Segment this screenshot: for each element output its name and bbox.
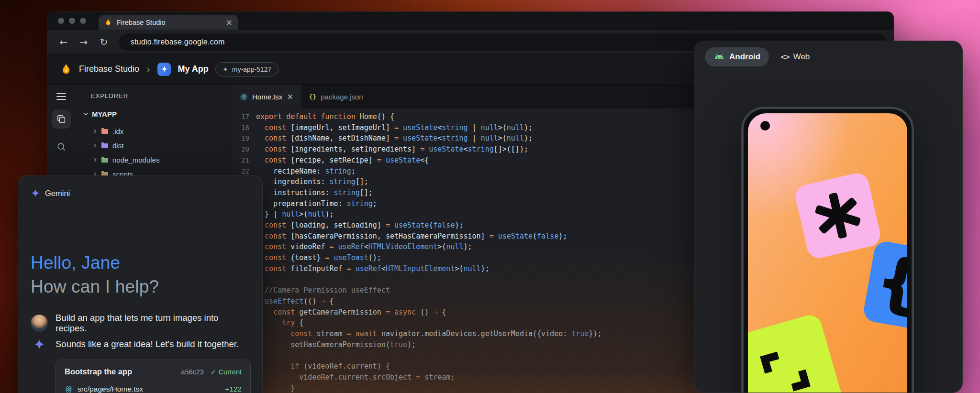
copy-pages-icon [56, 114, 67, 124]
gemini-header: Gemini [31, 187, 250, 199]
gemini-message-text: Sounds like a great idea! Let's build it… [56, 339, 239, 349]
tab-web[interactable]: Web [780, 52, 810, 62]
desktop-background: Firebase Studio studio.firebase.google.c… [0, 0, 980, 393]
tab-web-label: Web [793, 52, 810, 62]
task-title: Bootstrap the app [65, 367, 132, 376]
line-number: 21 [232, 155, 249, 166]
react-icon [65, 385, 73, 393]
app-id-text: my-app-5127 [232, 66, 272, 73]
task-card[interactable]: Bootstrap the app a56c23 Current src/pag… [56, 360, 251, 393]
spark-icon [161, 66, 168, 73]
line-number: 19 [232, 133, 249, 144]
json-icon [309, 93, 317, 100]
explorer-rail-button[interactable] [52, 109, 71, 129]
chat-message-gemini: Sounds like a great idea! Let's build it… [31, 338, 250, 350]
user-avatar [31, 315, 48, 332]
tree-item-dist[interactable]: dist [93, 138, 232, 153]
android-icon [713, 54, 725, 61]
greeting-name: Hello, Jane [31, 252, 250, 273]
phone-screen[interactable] [748, 113, 907, 393]
tab-close-icon[interactable] [226, 19, 233, 27]
chevron-right-icon [93, 129, 97, 133]
chevron-right-icon [93, 158, 97, 162]
tree-item-idx[interactable]: .idx [93, 124, 232, 138]
workspace-name[interactable]: My App [178, 64, 208, 74]
tile-green-brackets [748, 312, 845, 393]
url-text: studio.firebase.google.com [131, 38, 224, 46]
device-preview-panel: Android Web [694, 41, 963, 393]
menu-icon[interactable] [56, 91, 66, 102]
tree-item-label: .idx [112, 127, 123, 135]
forward-button[interactable] [75, 33, 92, 51]
tab-android[interactable]: Android [705, 47, 769, 66]
asterisk-glyph [808, 186, 868, 246]
search-rail-button[interactable] [52, 137, 71, 156]
check-icon [211, 368, 216, 376]
status-text: Current [219, 368, 242, 376]
gemini-star-icon [31, 188, 40, 198]
editor-tab-home-tsx[interactable]: Home.tsx [232, 85, 301, 109]
commit-hash: a56c23 [181, 368, 204, 376]
badge-spark-icon [223, 66, 228, 72]
react-icon [240, 93, 248, 101]
folder-icon [101, 128, 109, 134]
product-name: Firebase Studio [79, 64, 139, 74]
traffic-light-minimize[interactable] [69, 18, 75, 24]
browser-tabstrip: Firebase Studio [47, 12, 893, 30]
file-tree-items: .idxdistnode_modulesscripts [91, 124, 232, 181]
traffic-light-close[interactable] [58, 18, 64, 24]
curly-brace-glyph [876, 249, 907, 316]
tree-item-label: node_modules [112, 156, 159, 164]
line-number: 17 [232, 111, 249, 122]
tree-item-node_modules[interactable]: node_modules [93, 153, 232, 167]
line-number: 20 [232, 144, 249, 155]
folder-icon [101, 156, 109, 163]
back-button[interactable] [55, 33, 72, 51]
editor-tab-package-json[interactable]: package.json [301, 85, 371, 109]
code-brackets-icon [780, 52, 789, 62]
firebase-favicon [104, 19, 112, 26]
tree-root-myapp[interactable]: MYAPP [83, 110, 232, 118]
changed-file-row[interactable]: src/pages/Home.tsx +122 [65, 385, 242, 393]
search-icon [56, 142, 67, 152]
tab-android-label: Android [729, 52, 760, 62]
tile-pink-asterisk [793, 171, 882, 260]
line-number: 22 [232, 166, 249, 177]
editor-tab-close-icon[interactable] [287, 93, 293, 101]
tree-root-label: MYAPP [92, 110, 117, 118]
traffic-light-maximize[interactable] [80, 18, 86, 24]
tree-item-label: dist [112, 142, 123, 150]
editor-tab-label: Home.tsx [252, 93, 282, 101]
status-badge: Current [211, 368, 242, 376]
folder-icon [101, 142, 109, 149]
firebase-logo [60, 63, 72, 76]
task-card-header: Bootstrap the app a56c23 Current [65, 367, 242, 376]
gemini-message-icon-slot [31, 338, 48, 350]
reload-button[interactable] [95, 33, 112, 51]
user-message-text: Build an app that lets me turn images in… [56, 313, 250, 334]
browser-tab-title: Firebase Studio [117, 19, 221, 26]
tile-blue-brace [862, 240, 907, 334]
window-controls [58, 18, 86, 24]
chat-message-user: Build an app that lets me turn images in… [31, 313, 250, 334]
my-app-icon [157, 63, 171, 76]
breadcrumb-separator: › [147, 64, 150, 75]
gemini-star-icon [33, 338, 45, 350]
bracket-glyphs [748, 335, 822, 393]
browser-tab[interactable]: Firebase Studio [99, 15, 238, 30]
changed-file-path: src/pages/Home.tsx [78, 385, 143, 393]
device-tabs: Android Web [694, 41, 962, 66]
editor-tab-label: package.json [321, 93, 363, 101]
greeting-question: How can I help? [31, 276, 250, 297]
chevron-right-icon [93, 143, 97, 148]
gemini-panel: Gemini Hello, Jane How can I help? Build… [18, 175, 263, 393]
chevron-down-icon [83, 111, 89, 117]
android-phone-frame [741, 107, 914, 393]
explorer-title: EXPLORER [91, 92, 232, 99]
line-number: 18 [232, 122, 249, 133]
camera-punch-hole [760, 121, 770, 131]
app-id-badge[interactable]: my-app-5127 [215, 62, 279, 76]
diff-added-count: +122 [225, 385, 242, 393]
gemini-title: Gemini [45, 189, 70, 198]
